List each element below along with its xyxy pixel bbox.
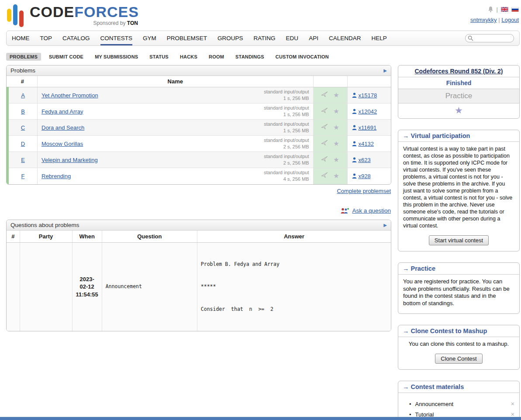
nav-item-gym[interactable]: GYM xyxy=(143,31,156,45)
caption-arrow-icon[interactable]: ▶ xyxy=(383,223,387,227)
problem-name-link[interactable]: Velepin and Marketing xyxy=(41,157,98,163)
user-row: sntmxykky | Logout xyxy=(470,17,519,23)
search-box xyxy=(465,34,514,42)
star-icon[interactable]: ★ xyxy=(333,172,339,179)
username-link[interactable]: sntmxykky xyxy=(470,17,497,23)
subnav-room[interactable]: ROOM xyxy=(205,53,228,61)
subnav-my-submissions[interactable]: MY SUBMISSIONS xyxy=(91,53,141,61)
contest-title-link[interactable]: Codeforces Round 852 (Div. 2) xyxy=(414,68,503,75)
questions-box: Questions about problems ▶ # Party When … xyxy=(6,220,391,331)
solved-count-link[interactable]: x928 xyxy=(359,173,371,179)
nav-item-home[interactable]: HOME xyxy=(12,31,30,45)
star-icon[interactable]: ★ xyxy=(333,140,339,147)
subnav-standings[interactable]: STANDINGS xyxy=(232,53,268,61)
solved-count-link[interactable]: x11691 xyxy=(359,124,377,131)
problem-letter-link[interactable]: D xyxy=(21,141,25,147)
contest-box: Codeforces Round 852 (Div. 2) Finished P… xyxy=(398,65,520,119)
question-text: Announcement xyxy=(102,243,197,331)
questions-table: # Party When Question Answer 2023-0 xyxy=(7,231,391,331)
problem-letter-link[interactable]: A xyxy=(21,92,25,99)
subnav-status[interactable]: STATUS xyxy=(146,53,172,61)
uk-flag-icon[interactable] xyxy=(501,7,508,12)
subnav-submit-code[interactable]: SUBMIT CODE xyxy=(45,53,87,61)
virtual-button-row: Start virtual contest xyxy=(398,233,519,251)
bell-icon[interactable] xyxy=(488,6,493,13)
contest-materials-title[interactable]: → Contest materials xyxy=(398,381,519,393)
subnav-custom-invocation[interactable]: CUSTOM INVOCATION xyxy=(272,53,332,61)
paper-plane-icon[interactable] xyxy=(321,157,328,163)
star-icon[interactable]: ★ xyxy=(333,91,339,99)
subnav-problems[interactable]: PROBLEMS xyxy=(6,53,41,61)
subnav-hacks[interactable]: HACKS xyxy=(176,53,201,61)
star-icon[interactable]: ★ xyxy=(333,156,339,163)
paper-plane-icon[interactable] xyxy=(321,124,328,131)
contest-mode: Practice xyxy=(398,89,519,103)
problem-letter-link[interactable]: C xyxy=(21,124,25,131)
problem-name-link[interactable]: Dora and Search xyxy=(41,124,84,131)
problem-name-link[interactable]: Moscow Gorillas xyxy=(41,141,83,147)
ru-flag-icon[interactable] xyxy=(511,7,519,12)
caption-arrow-icon[interactable]: ▶ xyxy=(383,68,387,73)
clone-contest-button[interactable]: Clone Contest xyxy=(435,354,482,364)
q-col-when: When xyxy=(72,231,102,243)
nav-item-edu[interactable]: EDU xyxy=(286,31,299,45)
paper-plane-icon[interactable] xyxy=(321,173,328,179)
user-area: | sntmxykky | Logout xyxy=(470,4,519,23)
material-announcement-link[interactable]: Announcement xyxy=(415,401,453,407)
logout-link[interactable]: Logout xyxy=(501,17,519,23)
problems-box: Problems ▶ # Name A xyxy=(6,65,391,185)
nav-item-contests[interactable]: CONTESTS xyxy=(100,31,133,45)
close-icon[interactable]: × xyxy=(511,400,514,407)
sidebar: Codeforces Round 852 (Div. 2) Finished P… xyxy=(398,65,520,420)
solved-count-link[interactable]: x4132 xyxy=(359,141,374,147)
star-icon[interactable]: ★ xyxy=(333,124,339,131)
ask-question-row: Ask a question xyxy=(6,207,391,214)
problem-constraints: standard input/output2 s, 256 MB xyxy=(264,137,309,150)
nav-item-rating[interactable]: RATING xyxy=(254,31,276,45)
problem-letter-link[interactable]: F xyxy=(21,173,25,179)
logo-code: CODE xyxy=(30,3,74,20)
problems-table: # Name A Yet Another Promotionstandard i… xyxy=(7,76,391,184)
solved-count-link[interactable]: x623 xyxy=(359,157,371,163)
complete-problemset-link[interactable]: Complete problemset xyxy=(337,188,391,194)
logo-bars-icon xyxy=(7,4,25,27)
nav-item-problemset[interactable]: PROBLEMSET xyxy=(167,31,207,45)
nav-list: HOME TOP CATALOG CONTESTS GYM PROBLEMSET… xyxy=(12,31,387,45)
virtual-participation-title[interactable]: → Virtual participation xyxy=(398,130,519,142)
star-icon[interactable]: ★ xyxy=(333,107,339,115)
problem-letter-link[interactable]: B xyxy=(21,108,25,115)
col-header-icons xyxy=(313,76,347,87)
question-when: 2023-02-12 11:54:55 xyxy=(72,243,102,331)
nav-item-calendar[interactable]: CALENDAR xyxy=(329,31,361,45)
question-row: 2023-02-12 11:54:55 Announcement Problem… xyxy=(7,243,391,331)
separator: | xyxy=(498,17,500,23)
ask-question-link[interactable]: Ask a question xyxy=(352,207,391,214)
problem-name-link[interactable]: Yet Another Promotion xyxy=(41,92,98,99)
problem-name-link[interactable]: Fedya and Array xyxy=(41,108,83,115)
practice-title[interactable]: → Practice xyxy=(398,263,519,275)
start-virtual-contest-button[interactable]: Start virtual contest xyxy=(429,235,489,245)
nav-item-catalog[interactable]: CATALOG xyxy=(62,31,90,45)
clone-mashup-title[interactable]: → Clone Contest to Mashup xyxy=(398,325,519,337)
virtual-participation-text: Virtual contest is a way to take part in… xyxy=(398,142,519,233)
sponsored-line: Sponsored by TON xyxy=(30,21,139,26)
nav-item-help[interactable]: HELP xyxy=(371,31,386,45)
problem-letter-link[interactable]: E xyxy=(21,157,25,163)
nav-item-api[interactable]: API xyxy=(309,31,318,45)
nav-item-top[interactable]: TOP xyxy=(40,31,52,45)
nav-item-groups[interactable]: GROUPS xyxy=(217,31,243,45)
problem-name-link[interactable]: Rebrending xyxy=(41,173,71,179)
person-icon xyxy=(352,157,357,162)
codeforces-logo[interactable]: CODEFORCES Sponsored by TON xyxy=(7,4,139,27)
contest-status: Finished xyxy=(398,77,519,89)
favorite-star-icon[interactable]: ★ xyxy=(455,105,463,115)
paper-plane-icon[interactable] xyxy=(321,141,328,147)
solved-count-link[interactable]: x12042 xyxy=(359,108,377,115)
solved-count-link[interactable]: x15178 xyxy=(359,92,377,99)
problem-constraints: standard input/output1 s, 256 MB xyxy=(264,105,309,118)
paper-plane-icon[interactable] xyxy=(321,92,328,99)
problem-row: E Velepin and Marketingstandard input/ou… xyxy=(8,152,391,168)
q-col-party: Party xyxy=(20,231,72,243)
ask-question-icon xyxy=(340,207,349,214)
paper-plane-icon[interactable] xyxy=(321,108,328,115)
